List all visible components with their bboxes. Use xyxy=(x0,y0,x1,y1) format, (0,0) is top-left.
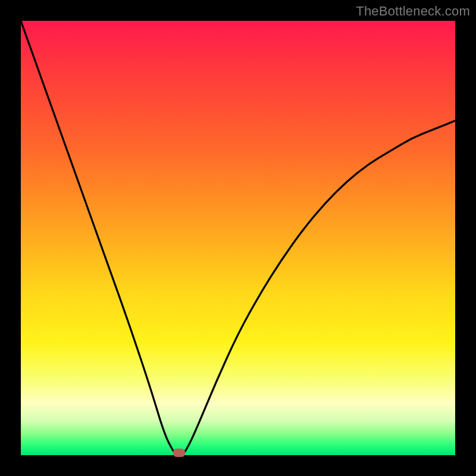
bottleneck-curve xyxy=(21,21,455,455)
plot-area xyxy=(21,21,455,455)
chart-frame: TheBottleneck.com xyxy=(0,0,476,476)
optimal-point-marker xyxy=(173,449,185,457)
watermark-text: TheBottleneck.com xyxy=(356,4,470,19)
